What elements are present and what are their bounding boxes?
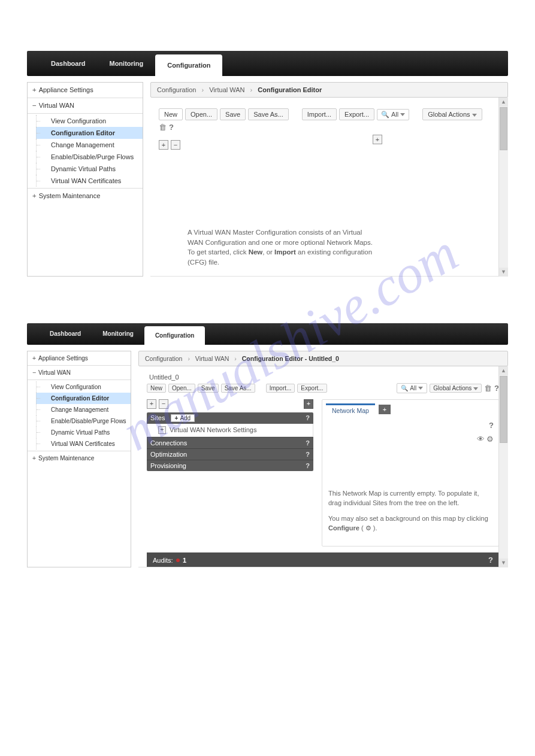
expand-icon[interactable]: +	[158, 426, 166, 434]
tab-dashboard[interactable]: Dashboard	[39, 51, 97, 76]
breadcrumb-link[interactable]: Virtual WAN	[195, 355, 229, 362]
chevron-down-icon	[472, 114, 477, 117]
tree-section-connections[interactable]: Connections?	[147, 437, 313, 448]
sidebar-item-certificates[interactable]: Virtual WAN Certificates	[36, 438, 131, 450]
tab-monitoring[interactable]: Monitoring	[97, 51, 155, 76]
collapse-all-icon[interactable]: −	[171, 140, 180, 150]
expand-all-icon[interactable]: +	[159, 140, 168, 150]
add-site-button[interactable]: + Add	[171, 414, 195, 422]
scroll-up-icon[interactable]: ▲	[499, 366, 508, 375]
save-button[interactable]: Save	[198, 384, 219, 393]
help-icon[interactable]: ?	[306, 414, 310, 421]
help-icon[interactable]: ?	[488, 555, 493, 564]
import-button[interactable]: Import...	[266, 384, 295, 393]
sidebar-item-configuration-editor[interactable]: Configuration Editor	[36, 127, 143, 139]
import-button[interactable]: Import...	[302, 108, 337, 120]
global-actions-dropdown[interactable]: Global Actions	[422, 108, 482, 120]
breadcrumb-link[interactable]: Configuration	[145, 355, 182, 362]
chevron-icon: ›	[202, 86, 204, 93]
tree-item-vwan-settings[interactable]: + Virtual WAN Network Settings	[147, 424, 313, 437]
scroll-up-icon[interactable]: ▲	[499, 98, 508, 107]
breadcrumb-link[interactable]: Configuration	[157, 86, 196, 93]
chevron-down-icon	[473, 387, 478, 390]
trash-icon[interactable]: 🗑	[484, 384, 492, 393]
sidebar: +Appliance Settings −Virtual WAN View Co…	[27, 351, 131, 568]
tree-section-optimization[interactable]: Optimization?	[147, 448, 313, 460]
sidebar-item-certificates[interactable]: Virtual WAN Certificates	[36, 175, 143, 187]
scroll-down-icon[interactable]: ▼	[499, 268, 508, 277]
tab-dashboard[interactable]: Dashboard	[39, 323, 92, 345]
sidebar-item-view-configuration[interactable]: View Configuration	[36, 381, 131, 393]
expand-icon[interactable]: +	[373, 135, 382, 144]
help-icon[interactable]: ?	[306, 439, 310, 447]
sidebar-appliance-settings[interactable]: +Appliance Settings	[28, 351, 131, 366]
scroll-down-icon[interactable]: ▼	[499, 558, 508, 567]
eye-icon[interactable]: 👁	[477, 435, 485, 444]
new-button[interactable]: New	[147, 384, 166, 393]
save-button[interactable]: Save	[220, 108, 246, 120]
tab-configuration[interactable]: Configuration	[155, 54, 222, 76]
warning-icon: ●	[176, 555, 180, 564]
tree-section-provisioning[interactable]: Provisioning?	[147, 460, 313, 471]
help-icon[interactable]: ?	[306, 451, 310, 458]
scrollbar[interactable]: ▲ ▼	[498, 98, 508, 277]
collapse-all-icon[interactable]: −	[159, 399, 168, 409]
open-button[interactable]: Open...	[185, 108, 217, 120]
search-icon: 🔍	[401, 385, 408, 391]
tree-section-sites[interactable]: Sites + Add ?	[147, 412, 313, 424]
help-icon[interactable]: ?	[489, 421, 494, 430]
sidebar-virtual-wan[interactable]: −Virtual WAN	[28, 366, 131, 380]
top-nav: Dashboard Monitoring Configuration	[27, 323, 508, 345]
network-map-empty-text: This Network Map is currently empty. To …	[322, 447, 498, 546]
save-as-button[interactable]: Save As...	[221, 384, 255, 393]
top-nav: Dashboard Monitoring Configuration	[27, 51, 508, 76]
network-map-panel: Network Map + ? 👁 ⚙ This Network Map is …	[322, 399, 499, 547]
sidebar-appliance-settings[interactable]: +Appliance Settings	[28, 83, 143, 98]
sidebar-virtual-wan[interactable]: −Virtual WAN	[28, 98, 143, 114]
config-toolbar: New Open... Save Save As... Import... Ex…	[159, 108, 499, 132]
chevron-down-icon	[400, 113, 405, 116]
new-button[interactable]: New	[159, 108, 183, 120]
help-icon[interactable]: ?	[306, 462, 310, 469]
breadcrumb: Configuration › Virtual WAN › Configurat…	[150, 82, 508, 98]
sidebar: +Appliance Settings −Virtual WAN View Co…	[27, 82, 143, 277]
trash-icon[interactable]: 🗑	[159, 123, 167, 132]
add-tab-button[interactable]: +	[379, 405, 391, 414]
breadcrumb: Configuration › Virtual WAN › Configurat…	[138, 351, 508, 366]
sidebar-item-dynamic-paths[interactable]: Dynamic Virtual Paths	[36, 427, 131, 438]
save-as-button[interactable]: Save As...	[248, 108, 289, 120]
chevron-icon: ›	[188, 355, 190, 362]
gear-icon[interactable]: ⚙	[486, 435, 494, 444]
export-button[interactable]: Export...	[339, 108, 374, 120]
sidebar-item-flows[interactable]: Enable/Disable/Purge Flows	[36, 151, 143, 163]
export-button[interactable]: Export...	[297, 384, 327, 393]
tab-monitoring[interactable]: Monitoring	[92, 323, 144, 345]
getting-started-text: A Virtual WAN Master Configuration consi…	[188, 227, 379, 268]
network-map-tab[interactable]: Network Map	[326, 403, 375, 416]
tab-configuration[interactable]: Configuration	[144, 326, 205, 345]
search-filter[interactable]: 🔍 All	[377, 109, 409, 120]
sidebar-item-change-management[interactable]: Change Management	[36, 404, 131, 415]
expand-icon[interactable]: +	[304, 399, 313, 409]
expand-all-icon[interactable]: +	[147, 399, 156, 409]
global-actions-dropdown[interactable]: Global Actions	[430, 384, 482, 393]
open-button[interactable]: Open...	[168, 384, 195, 393]
file-title: Untitled_0	[149, 374, 499, 381]
sidebar-item-configuration-editor[interactable]: Configuration Editor	[36, 393, 131, 404]
breadcrumb-current: Configuration Editor - Untitled_0	[242, 355, 339, 362]
sidebar-item-view-configuration[interactable]: View Configuration	[36, 115, 143, 127]
search-filter[interactable]: 🔍 All	[397, 383, 427, 393]
breadcrumb-current: Configuration Editor	[258, 86, 322, 93]
sidebar-system-maintenance[interactable]: +System Maintenance	[28, 189, 143, 204]
chevron-icon: ›	[250, 86, 253, 93]
chevron-down-icon	[418, 387, 423, 390]
sidebar-item-dynamic-paths[interactable]: Dynamic Virtual Paths	[36, 163, 143, 175]
audits-bar[interactable]: Audits:●1 ?	[147, 552, 499, 567]
breadcrumb-link[interactable]: Virtual WAN	[209, 86, 244, 93]
sidebar-system-maintenance[interactable]: +System Maintenance	[28, 451, 131, 465]
sidebar-item-flows[interactable]: Enable/Disable/Purge Flows	[36, 415, 131, 427]
help-icon[interactable]: ?	[169, 123, 174, 132]
scrollbar[interactable]: ▲ ▼	[498, 366, 508, 568]
sidebar-item-change-management[interactable]: Change Management	[36, 139, 143, 151]
search-icon: 🔍	[381, 111, 389, 119]
